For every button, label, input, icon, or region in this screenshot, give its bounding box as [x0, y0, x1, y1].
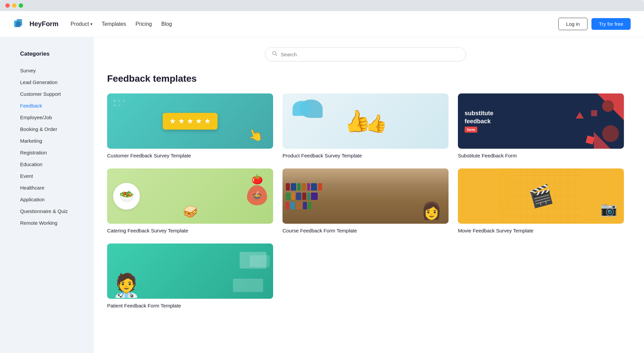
chat-bubble-1 [293, 101, 311, 116]
thumbs-group: 👍 👍 [344, 109, 387, 134]
shape-rotated-square [586, 136, 595, 145]
card-bg-patient-feedback: 🧑‍⚕️ [107, 243, 273, 299]
logo[interactable]: HeyForm [13, 18, 59, 30]
shape-small-triangle [576, 112, 584, 119]
card-image-customer-feedback: ★ ★ ★ ★ ★ 👆 [107, 93, 273, 149]
card-img-1-dots [112, 99, 133, 112]
card-image-course-feedback: 👩 [283, 168, 449, 224]
card-title-patient-feedback: Patient Feedback Form Template [107, 303, 273, 308]
content-area: Feedback templates [94, 37, 644, 353]
shelf-row-3 [286, 202, 311, 209]
main-nav: Product ▾ Templates Pricing Blog [71, 21, 172, 27]
card-image-product-feedback: 👍 👍 [283, 93, 449, 149]
login-button[interactable]: Log in [558, 18, 587, 30]
camera-icon: 📷 [600, 201, 617, 217]
template-card-course-feedback[interactable]: 👩 Course Feedback Form Template [283, 168, 449, 233]
search-bar [265, 47, 466, 61]
thumb-blue: 👍 [342, 107, 373, 136]
header-right: Log in Try for free [558, 18, 631, 30]
hand-pointer-icon: 👆 [246, 126, 265, 144]
sidebar: Categories Survey Lead Generation Custom… [0, 37, 94, 353]
logo-icon [13, 18, 26, 30]
template-card-patient-feedback[interactable]: 🧑‍⚕️ Patient Feedback Form Template [107, 243, 273, 308]
substitute-label: substitutefeedback [465, 110, 493, 125]
star-3: ★ [187, 117, 193, 126]
try-button[interactable]: Try for free [591, 18, 631, 30]
bookshelf: 👩 [283, 168, 449, 224]
template-card-product-feedback[interactable]: 👍 👍 Product Feedback Survey Template [283, 93, 449, 158]
dot-red [5, 3, 10, 8]
substitute-text: substitutefeedback form [465, 110, 493, 133]
template-card-catering-feedback[interactable]: 🥗 🍲 🥪 🍅 Catering Feedback Survey Templat… [107, 168, 273, 233]
star-5: ★ [204, 117, 211, 126]
nav-pricing[interactable]: Pricing [136, 21, 152, 27]
sidebar-item-event[interactable]: Event [20, 170, 84, 182]
patient-people-scene: 🧑‍⚕️ [112, 272, 141, 299]
main-wrapper: Categories Survey Lead Generation Custom… [0, 37, 644, 353]
nav-templates[interactable]: Templates [102, 21, 126, 27]
card-bg-movie-feedback: 🎬 📷 [458, 168, 624, 224]
card-bg-product-feedback: 👍 👍 [283, 93, 449, 149]
card-image-movie-feedback: 🎬 📷 [458, 168, 624, 224]
nav-blog[interactable]: Blog [161, 21, 172, 27]
card-bg-catering-feedback: 🥗 🍲 🥪 🍅 [107, 168, 273, 224]
header: HeyForm Product ▾ Templates Pricing Blog… [0, 11, 644, 37]
sidebar-item-booking-order[interactable]: Booking & Order [20, 123, 84, 135]
shape-circle-bottom-right [602, 125, 619, 142]
dot-green [19, 3, 23, 8]
food-bowl: 🍲 [247, 185, 267, 205]
sidebar-item-registration[interactable]: Registration [20, 147, 84, 158]
sidebar-list: Survey Lead Generation Customer Support … [20, 65, 84, 229]
card-bg-course-feedback: 👩 [283, 168, 449, 224]
sidebar-item-remote-working[interactable]: Remote Working [20, 217, 84, 229]
chevron-down-icon: ▾ [90, 22, 92, 26]
browser-dots [5, 3, 639, 11]
search-icon [272, 51, 277, 58]
card-title-substitute-feedback: Substitute Feedback Form [458, 153, 624, 158]
sidebar-item-feedback[interactable]: Feedback [20, 100, 84, 112]
shape-small-square [591, 110, 597, 116]
sidebar-item-healthcare[interactable]: Healthcare [20, 182, 84, 194]
card-title-movie-feedback: Movie Feedback Survey Template [458, 228, 624, 233]
browser-chrome [0, 0, 644, 11]
patient-scene: 🧑‍⚕️ [107, 243, 273, 299]
template-card-movie-feedback[interactable]: 🎬 📷 Movie Feedback Survey Template [458, 168, 624, 233]
template-card-customer-feedback[interactable]: ★ ★ ★ ★ ★ 👆 Customer Feedback Survey Tem… [107, 93, 273, 158]
card-title-customer-feedback: Customer Feedback Survey Template [107, 153, 273, 158]
svg-point-8 [113, 104, 116, 107]
search-input[interactable] [281, 52, 459, 57]
template-card-substitute-feedback[interactable]: substitutefeedback form Substitute Feedb… [458, 93, 624, 158]
svg-rect-2 [15, 22, 21, 27]
sidebar-item-questionnaire[interactable]: Questionnaire & Quiz [20, 205, 84, 217]
card-image-substitute-feedback: substitutefeedback form [458, 93, 624, 149]
card-title-product-feedback: Product Feedback Survey Template [283, 153, 449, 158]
tomato-slice: 🍅 [251, 174, 263, 185]
template-grid: ★ ★ ★ ★ ★ 👆 Customer Feedback Survey Tem… [107, 93, 624, 308]
logo-text: HeyForm [29, 20, 59, 28]
food-sandwich: 🥪 [183, 205, 198, 219]
nav-product[interactable]: Product ▾ [71, 21, 92, 27]
star-2: ★ [178, 117, 185, 126]
sidebar-item-employee-job[interactable]: Employee/Job [20, 112, 84, 123]
shape-circle-dark-red [602, 100, 614, 112]
sidebar-item-education[interactable]: Education [20, 158, 84, 170]
svg-point-7 [123, 99, 125, 102]
person-silhouette: 👩 [421, 201, 442, 220]
stars-container: ★ ★ ★ ★ ★ [163, 113, 218, 130]
page-title: Feedback templates [107, 73, 624, 84]
card-title-course-feedback: Course Feedback Form Template [283, 228, 449, 233]
star-1: ★ [169, 117, 176, 126]
teal-rect-3 [233, 279, 263, 292]
sidebar-item-marketing[interactable]: Marketing [20, 135, 84, 147]
star-4: ★ [195, 117, 202, 126]
svg-point-10 [123, 104, 125, 107]
svg-point-9 [118, 104, 120, 107]
food-plate: 🥗 [113, 183, 140, 210]
sidebar-item-survey[interactable]: Survey [20, 65, 84, 76]
card-bg-customer-feedback: ★ ★ ★ ★ ★ 👆 [107, 93, 273, 149]
sidebar-item-customer-support[interactable]: Customer Support [20, 88, 84, 100]
sidebar-item-lead-generation[interactable]: Lead Generation [20, 76, 84, 88]
sidebar-item-application[interactable]: Application [20, 194, 84, 205]
svg-point-6 [118, 99, 120, 102]
dot-yellow [12, 3, 16, 8]
